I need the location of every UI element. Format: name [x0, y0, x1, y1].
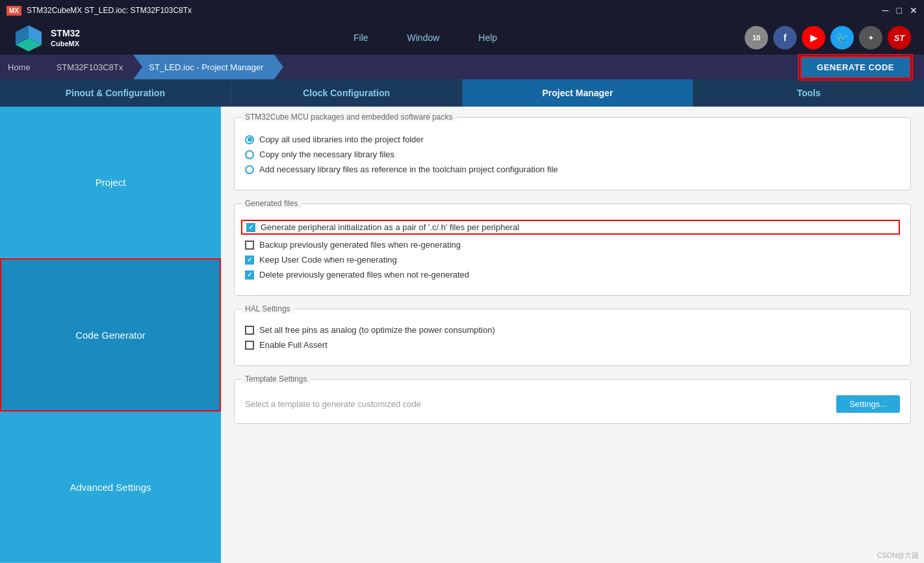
menu-window[interactable]: Window — [407, 33, 440, 43]
network-icon[interactable]: ✦ — [859, 26, 882, 49]
social-icons: 10 f ▶ 🐦 ✦ ST — [745, 26, 911, 49]
youtube-icon[interactable]: ▶ — [802, 26, 825, 49]
checkbox-delete-generated[interactable]: ✓ — [245, 270, 254, 280]
generated-files-group: ✓ Generate peripheral initialization as … — [245, 220, 900, 280]
check-keep-user-code[interactable]: ✓ Keep User Code when re-generating — [245, 255, 900, 265]
breadcrumb: Home STM32F103C8Tx ST_LED.ioc - Project … — [0, 55, 274, 79]
maximize-button[interactable]: □ — [897, 5, 902, 16]
check-delete-generated[interactable]: ✓ Delete previously generated files when… — [245, 270, 900, 280]
brand-text: STM32 CubeMX — [51, 27, 80, 48]
checkbox-peripheral-init[interactable]: ✓ — [246, 223, 255, 232]
generate-code-button[interactable]: GENERATE CODE — [800, 56, 911, 79]
tab-tools[interactable]: Tools — [693, 79, 924, 107]
mcu-radio-1[interactable]: Copy all used libraries into the project… — [245, 135, 900, 144]
checkbox-backup[interactable] — [245, 241, 254, 250]
template-label: Select a template to generate customized… — [245, 399, 836, 409]
anniversary-icon[interactable]: 10 — [745, 26, 768, 49]
window-controls: ─ □ ✕ — [882, 5, 918, 16]
check-backup[interactable]: Backup previously generated files when r… — [245, 240, 900, 250]
template-section-title: Template Settings — [241, 374, 311, 384]
breadcrumb-project[interactable]: ST_LED.ioc - Project Manager — [133, 55, 274, 79]
hal-section-title: HAL Settings — [241, 304, 294, 313]
menu-help[interactable]: Help — [478, 33, 497, 43]
minimize-button[interactable]: ─ — [882, 5, 889, 16]
template-row: Select a template to generate customized… — [245, 395, 900, 413]
main-content: Project Code Generator Advanced Settings… — [0, 107, 924, 563]
mx-logo: MX — [6, 6, 21, 16]
st-brand-icon[interactable]: ST — [888, 26, 911, 49]
tab-project-manager[interactable]: Project Manager — [463, 79, 694, 107]
brand-cubemx: CubeMX — [51, 39, 80, 48]
mcu-radio-2[interactable]: Copy only the necessary library files — [245, 150, 900, 159]
sidebar-item-advanced-settings[interactable]: Advanced Settings — [0, 412, 221, 563]
brand-logo-area: STM32 CubeMX — [13, 24, 80, 51]
window-title: STM32CubeMX ST_LED.ioc: STM32F103C8Tx — [27, 6, 882, 15]
facebook-icon[interactable]: f — [773, 26, 797, 49]
template-settings-section: Template Settings Select a template to g… — [234, 379, 911, 424]
mcu-section-title: STM32Cube MCU packages and embedded soft… — [241, 112, 457, 122]
tab-pinout[interactable]: Pinout & Configuration — [0, 79, 231, 107]
generated-files-title: Generated files — [241, 199, 302, 208]
sidebar-item-code-generator[interactable]: Code Generator — [0, 258, 221, 412]
radio-add-reference[interactable] — [245, 165, 254, 174]
breadcrumb-home[interactable]: Home — [0, 55, 41, 79]
checkbox-keep-user[interactable]: ✓ — [245, 255, 254, 265]
stm32-logo — [13, 24, 47, 51]
radio-copy-all[interactable] — [245, 135, 254, 144]
close-button[interactable]: ✕ — [910, 5, 918, 16]
twitter-icon[interactable]: 🐦 — [830, 26, 854, 49]
breadcrumb-bar: Home STM32F103C8Tx ST_LED.ioc - Project … — [0, 55, 924, 79]
sidebar-item-project[interactable]: Project — [0, 107, 221, 258]
watermark: CSDN@方圆 — [877, 551, 919, 560]
check-peripheral-init[interactable]: ✓ Generate peripheral initialization as … — [241, 220, 900, 235]
mcu-radio-3[interactable]: Add necessary library files as reference… — [245, 164, 900, 174]
brand-stm32: STM32 — [51, 27, 80, 39]
menu-bar: STM32 CubeMX File Window Help 10 f ▶ 🐦 ✦… — [0, 21, 924, 55]
mcu-packages-section: STM32Cube MCU packages and embedded soft… — [234, 117, 911, 190]
check-analog-pins[interactable]: Set all free pins as analog (to optimize… — [245, 325, 900, 335]
settings-button[interactable]: Settings... — [836, 395, 900, 413]
checkbox-full-assert[interactable] — [245, 341, 254, 350]
content-area: STM32Cube MCU packages and embedded soft… — [221, 107, 924, 563]
mcu-radio-group: Copy all used libraries into the project… — [245, 135, 900, 174]
tab-clock[interactable]: Clock Configuration — [231, 79, 463, 107]
hal-check-group: Set all free pins as analog (to optimize… — [245, 325, 900, 350]
tabs-bar: Pinout & Configuration Clock Configurati… — [0, 79, 924, 107]
menu-file[interactable]: File — [353, 33, 368, 43]
radio-copy-necessary[interactable] — [245, 150, 254, 159]
cube-svg — [13, 24, 44, 51]
sidebar: Project Code Generator Advanced Settings — [0, 107, 221, 563]
breadcrumb-device[interactable]: STM32F103C8Tx — [41, 55, 134, 79]
hal-settings-section: HAL Settings Set all free pins as analog… — [234, 309, 911, 366]
checkbox-analog-pins[interactable] — [245, 326, 254, 335]
title-bar: MX STM32CubeMX ST_LED.ioc: STM32F103C8Tx… — [0, 0, 924, 21]
generated-files-section: Generated files ✓ Generate peripheral in… — [234, 203, 911, 296]
check-full-assert[interactable]: Enable Full Assert — [245, 340, 900, 350]
menu-items: File Window Help — [106, 33, 745, 43]
